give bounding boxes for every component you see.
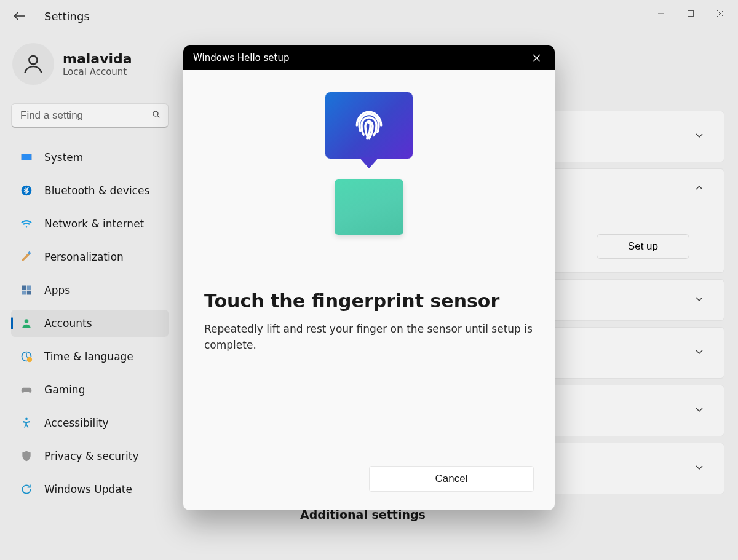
- modal-body-text: Repeatedly lift and rest your finger on …: [204, 321, 534, 353]
- close-button[interactable]: [524, 45, 549, 70]
- modal-title-bar: Windows Hello setup: [193, 52, 289, 63]
- fingerprint-bubble-icon: [325, 92, 413, 159]
- sensor-pad-icon: [335, 179, 403, 235]
- windows-hello-modal: Windows Hello setup Touch the fingerprin…: [183, 45, 555, 510]
- cancel-button[interactable]: Cancel: [369, 466, 534, 492]
- modal-heading: Touch the fingerprint sensor: [204, 290, 534, 312]
